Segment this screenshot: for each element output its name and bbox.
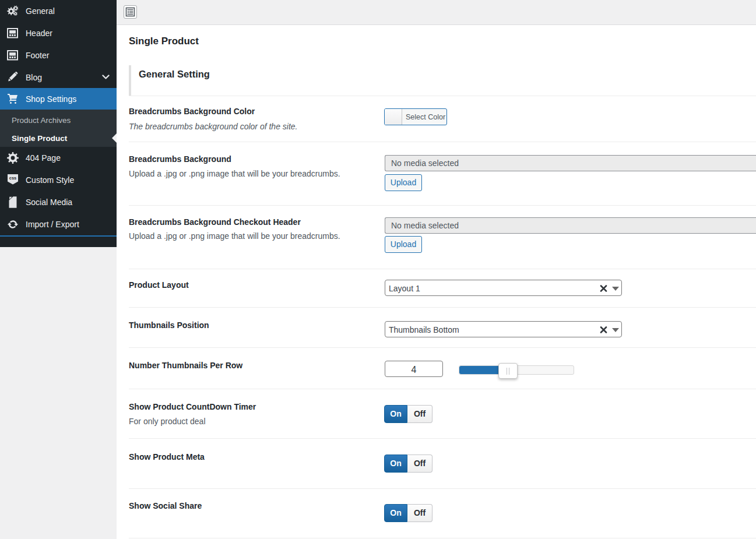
svg-text:css: css — [9, 175, 17, 181]
